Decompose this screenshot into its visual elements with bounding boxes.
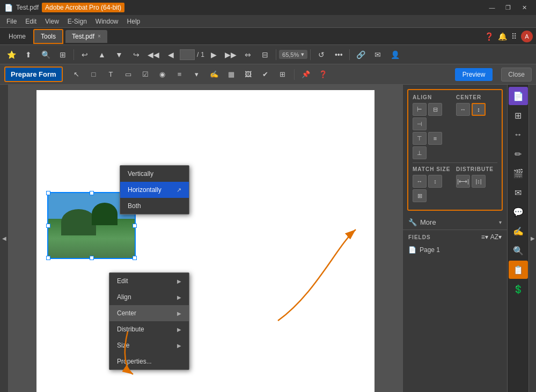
page-input[interactable]: 1	[180, 49, 195, 60]
ctx-edit[interactable]: Edit ▶	[109, 273, 189, 289]
menu-edit[interactable]: Edit	[21, 16, 41, 27]
undo-icon[interactable]: ↺	[313, 47, 329, 62]
handle-mid-right[interactable]	[133, 224, 137, 228]
user-icon[interactable]: 👤	[387, 47, 403, 62]
fr-icon-8[interactable]: ✍	[509, 222, 528, 240]
signature-tool[interactable]: ✍	[207, 67, 222, 82]
close-form-button[interactable]: Close	[501, 68, 532, 82]
fr-icon-5[interactable]: 🎬	[509, 164, 528, 182]
upload-icon[interactable]: ⬆	[20, 47, 36, 62]
match-width-btn[interactable]: ↔	[413, 175, 427, 188]
tab-close-button[interactable]: ×	[98, 33, 101, 39]
more-section[interactable]: 🔧 More ▾	[403, 215, 507, 230]
checkbox-tool[interactable]: ☑	[138, 67, 153, 82]
fit-width-icon[interactable]: ⇔	[240, 47, 256, 62]
fr-icon-4[interactable]: ✏	[509, 145, 528, 163]
zoom-control[interactable]: 65,5% ▾	[279, 50, 307, 59]
menu-window[interactable]: Window	[91, 16, 123, 27]
handle-top-center[interactable]	[90, 191, 94, 195]
image-tool[interactable]: 🖼	[241, 67, 256, 82]
nav-start-icon[interactable]: ◀◀	[145, 47, 161, 62]
tab-file[interactable]: Test.pdf ×	[65, 30, 107, 43]
link-icon[interactable]: 🔗	[353, 47, 369, 62]
tab-tools[interactable]: Tools	[33, 29, 63, 44]
menu-esign[interactable]: E-Sign	[63, 16, 91, 27]
restore-button[interactable]: ❐	[501, 2, 516, 13]
nav-down-icon[interactable]: ▼	[111, 47, 127, 62]
radio-tool[interactable]: ◉	[155, 67, 170, 82]
fr-icon-7[interactable]: 💬	[509, 203, 528, 221]
submenu-vertically[interactable]: Vertically	[120, 166, 189, 182]
right-sidebar-handle[interactable]: ▶	[528, 85, 536, 392]
list-tool[interactable]: ≡	[172, 67, 187, 82]
nav-up-icon[interactable]: ▲	[94, 47, 110, 62]
highlight-tool[interactable]: □	[86, 67, 101, 82]
email-icon[interactable]: ✉	[370, 47, 386, 62]
fr-icon-11[interactable]: 💲	[509, 280, 528, 298]
more-options-icon[interactable]: •••	[331, 47, 347, 62]
align-right-btn[interactable]: ⊣	[413, 117, 427, 130]
nav-fwd-icon[interactable]: ↪	[128, 47, 144, 62]
menu-file[interactable]: File	[2, 16, 21, 27]
preview-button[interactable]: Preview	[455, 68, 493, 81]
align-center-h-btn[interactable]: ⊟	[428, 103, 442, 116]
align-top-btn[interactable]: ⊤	[413, 132, 427, 145]
fr-icon-2[interactable]: ⊞	[509, 106, 528, 124]
grid-icon[interactable]: ⠿	[511, 32, 517, 41]
nav-back-icon[interactable]: ↩	[77, 47, 93, 62]
table-tool[interactable]: ⊞	[275, 67, 290, 82]
match-both-btn[interactable]: ⊞	[413, 189, 427, 202]
handle-top-left[interactable]	[46, 191, 50, 195]
submenu-horizontally[interactable]: Horizontally ↗	[120, 182, 189, 198]
account-icon[interactable]: A	[521, 31, 533, 42]
textfield-tool[interactable]: ▭	[121, 67, 136, 82]
pin-tool[interactable]: 📌	[298, 67, 313, 82]
center-v-btn[interactable]: ↕	[472, 103, 486, 116]
help-icon[interactable]: ❓	[484, 32, 494, 41]
left-sidebar-handle[interactable]: ◀	[0, 85, 9, 392]
center-h-btn[interactable]: ↔	[456, 103, 470, 116]
page-1-item[interactable]: 📄 Page 1	[408, 244, 502, 256]
bookmark-icon[interactable]: ⭐	[3, 47, 19, 62]
ctx-align[interactable]: Align ▶	[109, 289, 189, 305]
tab-home[interactable]: Home	[3, 31, 31, 42]
ctx-distribute[interactable]: Distribute ▶	[109, 321, 189, 337]
dropdown-tool[interactable]: ▾	[189, 67, 204, 82]
align-bottom-btn[interactable]: ⊥	[413, 146, 427, 159]
handle-bottom-right[interactable]	[133, 256, 137, 260]
text-tool[interactable]: T	[104, 67, 119, 82]
thumbnail-icon[interactable]: ⊟	[257, 47, 273, 62]
az-button[interactable]: AZ▾	[490, 233, 502, 241]
submenu-both[interactable]: Both	[120, 198, 189, 214]
handle-bottom-center[interactable]	[90, 256, 94, 260]
bell-icon[interactable]: 🔔	[498, 32, 507, 41]
fr-icon-6[interactable]: ✉	[509, 183, 528, 202]
match-height-btn[interactable]: ↕	[428, 175, 442, 188]
validate-tool[interactable]: ✔	[258, 67, 273, 82]
fit-page-icon[interactable]: ⊞	[55, 47, 71, 62]
question-tool[interactable]: ❓	[315, 67, 331, 82]
fr-icon-active[interactable]: 📋	[509, 261, 528, 279]
fr-icon-3[interactable]: ↔	[509, 125, 528, 144]
nav-prev-icon[interactable]: ◀	[163, 47, 179, 62]
align-middle-btn[interactable]: ≡	[428, 132, 442, 145]
nav-next-icon[interactable]: ▶	[205, 47, 222, 62]
menu-view[interactable]: View	[41, 16, 63, 27]
fr-icon-1[interactable]: 📄	[509, 87, 528, 105]
handle-mid-left[interactable]	[46, 224, 50, 228]
barcode-tool[interactable]: ▦	[224, 67, 239, 82]
nav-end-icon[interactable]: ▶▶	[223, 47, 239, 62]
fr-icon-9[interactable]: 🔍	[509, 241, 528, 260]
dist-v-btn[interactable]: |↕|	[472, 175, 486, 188]
align-left-btn[interactable]: ⊢	[413, 103, 427, 116]
handle-bottom-left[interactable]	[46, 256, 50, 260]
close-button[interactable]: ✕	[517, 2, 532, 13]
select-tool[interactable]: ↖	[69, 67, 84, 82]
zoom-out-icon[interactable]: 🔍	[38, 47, 54, 62]
ctx-center[interactable]: Center ▶	[109, 305, 189, 321]
ctx-properties[interactable]: Properties...	[109, 353, 189, 369]
menu-help[interactable]: Help	[123, 16, 145, 27]
sort-button[interactable]: ≡▾	[481, 233, 488, 241]
minimize-button[interactable]: —	[484, 2, 500, 13]
ctx-size[interactable]: Size ▶	[109, 337, 189, 353]
